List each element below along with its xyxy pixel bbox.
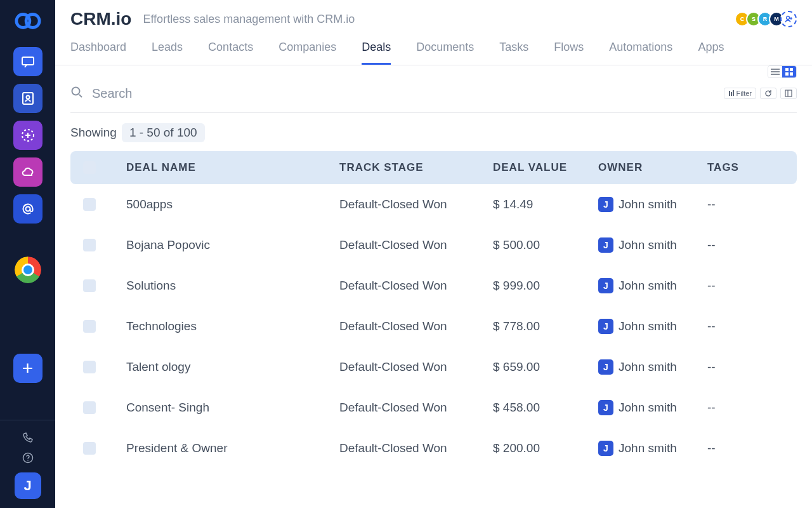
table-header: DEAL NAME TRACK STAGE DEAL VALUE OWNER T… xyxy=(70,151,797,184)
col-header-stage[interactable]: TRACK STAGE xyxy=(339,161,493,174)
grid-icon xyxy=(785,68,793,76)
sidebar-item-add-circle[interactable] xyxy=(13,121,43,150)
row-checkbox[interactable] xyxy=(83,239,96,251)
row-checkbox[interactable] xyxy=(83,320,96,333)
at-sign-icon xyxy=(20,201,36,217)
cell-deal-value: $ 778.00 xyxy=(493,319,598,333)
help-icon[interactable] xyxy=(22,452,34,466)
refresh-button[interactable] xyxy=(760,88,776,99)
table-row[interactable]: Talent ologyDefault-Closed Won$ 659.00JJ… xyxy=(70,347,797,387)
tab-companies[interactable]: Companies xyxy=(278,41,336,65)
owner-chip[interactable]: JJohn smith xyxy=(598,400,707,415)
chrome-icon xyxy=(15,257,41,283)
tab-dashboard[interactable]: Dashboard xyxy=(70,41,126,65)
owner-avatar: J xyxy=(598,319,613,334)
row-checkbox[interactable] xyxy=(83,401,96,414)
owner-chip[interactable]: JJohn smith xyxy=(598,278,707,293)
cell-tags: -- xyxy=(707,238,752,252)
table-row[interactable]: President & OwnerDefault-Closed Won$ 200… xyxy=(70,428,797,469)
cell-tags: -- xyxy=(707,360,752,374)
tab-contacts[interactable]: Contacts xyxy=(208,41,253,65)
table-row[interactable]: Consent- SinghDefault-Closed Won$ 458.00… xyxy=(70,387,797,428)
owner-chip[interactable]: JJohn smith xyxy=(598,197,707,212)
cell-tags: -- xyxy=(707,319,752,333)
table-row[interactable]: SolutionsDefault-Closed Won$ 999.00JJohn… xyxy=(70,265,797,306)
cell-track-stage: Default-Closed Won xyxy=(339,360,493,374)
owner-name: John smith xyxy=(619,197,677,211)
col-header-value[interactable]: DEAL VALUE xyxy=(493,161,598,174)
cell-track-stage: Default-Closed Won xyxy=(339,319,493,333)
add-app-button[interactable]: + xyxy=(13,354,43,383)
showing-label: Showing xyxy=(70,126,117,140)
cell-deal-value: $ 659.00 xyxy=(493,360,598,374)
owner-chip[interactable]: JJohn smith xyxy=(598,237,707,253)
row-checkbox[interactable] xyxy=(83,361,96,373)
cell-tags: -- xyxy=(707,401,752,415)
cell-tags: -- xyxy=(707,197,752,211)
owner-avatar: J xyxy=(598,278,613,293)
cell-deal-name: Talent ology xyxy=(126,360,339,374)
owner-chip[interactable]: JJohn smith xyxy=(598,319,707,334)
tab-apps[interactable]: Apps xyxy=(698,41,724,65)
tab-deals[interactable]: Deals xyxy=(362,41,391,65)
grid-view-button[interactable] xyxy=(782,66,796,77)
owner-name: John smith xyxy=(619,319,677,333)
table-row[interactable]: Bojana PopovicDefault-Closed Won$ 500.00… xyxy=(70,225,797,265)
tab-leads[interactable]: Leads xyxy=(152,41,183,65)
cell-deal-name: Solutions xyxy=(126,279,339,293)
filter-label: Filter xyxy=(737,90,752,97)
list-icon xyxy=(771,69,780,75)
cell-track-stage: Default-Closed Won xyxy=(339,238,493,252)
select-all-checkbox[interactable] xyxy=(83,161,96,174)
search-bar: Filter xyxy=(70,77,797,113)
sidebar-item-chat[interactable] xyxy=(13,47,43,76)
svg-point-8 xyxy=(27,460,29,461)
sidebar-item-contacts[interactable] xyxy=(13,84,43,113)
owner-avatar: J xyxy=(598,237,613,253)
owner-chip[interactable]: JJohn smith xyxy=(598,359,707,375)
cell-deal-name: Bojana Popovic xyxy=(126,238,339,252)
current-user-avatar[interactable]: J xyxy=(15,472,41,499)
add-member-button[interactable] xyxy=(780,11,797,27)
search-icon xyxy=(70,86,83,101)
owner-name: John smith xyxy=(619,401,677,415)
tab-tasks[interactable]: Tasks xyxy=(499,41,528,65)
team-avatars[interactable]: CSRM xyxy=(735,11,797,27)
view-toggle xyxy=(768,65,797,78)
svg-rect-11 xyxy=(790,68,793,71)
table-row[interactable]: TechnologiesDefault-Closed Won$ 778.00JJ… xyxy=(70,306,797,347)
filter-button[interactable]: Filter xyxy=(724,88,756,99)
tab-documents[interactable]: Documents xyxy=(416,41,474,65)
user-plus-icon xyxy=(784,15,793,23)
table-row[interactable]: 500appsDefault-Closed Won$ 14.49JJohn sm… xyxy=(70,184,797,225)
svg-point-14 xyxy=(72,88,80,95)
phone-icon[interactable] xyxy=(22,432,34,446)
brand-logo[interactable] xyxy=(15,8,41,34)
owner-avatar: J xyxy=(598,359,613,375)
sidebar-item-cloud[interactable] xyxy=(13,157,43,187)
owner-name: John smith xyxy=(619,238,677,252)
col-header-name[interactable]: DEAL NAME xyxy=(126,161,339,174)
col-header-owner[interactable]: OWNER xyxy=(598,161,707,174)
row-checkbox[interactable] xyxy=(83,279,96,292)
tab-automations[interactable]: Automations xyxy=(609,41,672,65)
cell-deal-value: $ 500.00 xyxy=(493,238,598,252)
columns-button[interactable] xyxy=(780,88,797,99)
row-checkbox[interactable] xyxy=(83,442,96,455)
svg-rect-13 xyxy=(790,72,793,76)
list-view-button[interactable] xyxy=(768,66,782,77)
tab-flows[interactable]: Flows xyxy=(554,41,584,65)
cell-deal-name: President & Owner xyxy=(126,441,339,455)
cell-deal-value: $ 200.00 xyxy=(493,441,598,455)
row-checkbox[interactable] xyxy=(83,198,96,211)
sidebar-item-mail[interactable] xyxy=(13,194,43,224)
columns-icon xyxy=(785,90,792,97)
cell-track-stage: Default-Closed Won xyxy=(339,197,493,211)
sidebar-item-chrome[interactable] xyxy=(15,257,41,283)
search-input[interactable] xyxy=(92,86,724,101)
owner-chip[interactable]: JJohn smith xyxy=(598,441,707,456)
col-header-tags[interactable]: TAGS xyxy=(707,161,752,174)
cell-track-stage: Default-Closed Won xyxy=(339,279,493,293)
cell-tags: -- xyxy=(707,441,752,455)
svg-rect-2 xyxy=(22,57,34,65)
